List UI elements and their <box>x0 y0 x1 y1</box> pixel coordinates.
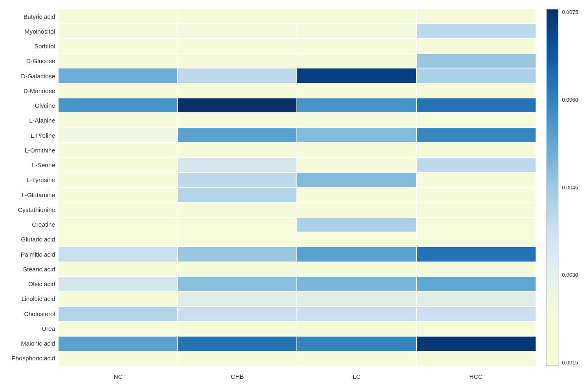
heatmap-cell <box>297 188 416 202</box>
heatmap-cell <box>417 98 536 112</box>
colorbar-tick: 0.0060 <box>562 97 578 103</box>
heatmap-cell <box>297 68 416 82</box>
left-section: Butyric acidMyoinositolSorbitolD-Glucose… <box>11 5 536 382</box>
heatmap-cell <box>297 352 416 366</box>
heatmap-cell <box>417 292 536 306</box>
heatmap-cell <box>297 143 416 157</box>
heatmap-cell <box>59 188 177 202</box>
y-label: L-Proline <box>11 132 55 139</box>
heatmap-cell <box>178 277 297 291</box>
heatmap-cell <box>59 173 177 187</box>
heatmap-cell <box>178 173 297 187</box>
heatmap-cell <box>297 173 416 187</box>
heatmap-cell <box>59 307 177 321</box>
heatmap-cell <box>297 84 416 98</box>
heatmap-cell <box>59 143 177 157</box>
heatmap-cell <box>178 247 297 261</box>
heatmap-cell <box>178 307 297 321</box>
heatmap-cell <box>59 39 177 53</box>
y-label: D-Galactose <box>11 73 55 79</box>
heatmap-cell <box>417 84 536 98</box>
y-label: L-Glutamine <box>11 192 55 198</box>
heatmap-cell <box>178 262 297 276</box>
heatmap-cell <box>417 68 536 82</box>
heatmap-cell <box>297 24 416 38</box>
heatmap-cell <box>417 232 536 246</box>
heatmap-cell <box>417 307 536 321</box>
heatmap-cell <box>59 128 177 142</box>
y-label: Sorbitol <box>11 43 55 49</box>
heatmap-cell <box>178 9 297 23</box>
heatmap-cell <box>59 113 177 127</box>
heatmap-cell <box>417 9 536 23</box>
y-labels: Butyric acidMyoinositolSorbitolD-Glucose… <box>11 5 59 382</box>
heatmap-cell <box>297 232 416 246</box>
heatmap-cell <box>59 158 177 172</box>
heatmap-cell <box>417 158 536 172</box>
heatmap-cell <box>59 98 177 112</box>
heatmap-cell <box>297 337 416 351</box>
x-labels: NCCHBLCHCC <box>59 366 536 382</box>
heatmap-cell <box>417 218 536 232</box>
heatmap-cell <box>59 262 177 276</box>
heatmap-cell <box>178 158 297 172</box>
heatmap-cell <box>297 113 416 127</box>
heatmap-cell <box>297 277 416 291</box>
y-label: Linoleic acid <box>11 296 55 302</box>
y-label: Oleic acid <box>11 281 55 287</box>
heatmap-cell <box>297 158 416 172</box>
y-label: Cholesterol <box>11 311 55 317</box>
heatmap-cell <box>297 247 416 261</box>
y-label: Phosphoric acid <box>11 355 55 361</box>
y-label: Creatine <box>11 221 55 228</box>
heatmap-cell <box>297 128 416 142</box>
heatmap-cell <box>178 322 297 336</box>
heatmap-cell <box>417 39 536 53</box>
heatmap-cell <box>417 203 536 216</box>
heatmap-cell <box>297 322 416 336</box>
y-label: Cystathionine <box>11 207 55 213</box>
y-label: Butyric acid <box>11 14 55 20</box>
heatmap-cell <box>417 128 536 142</box>
heatmap-cell <box>417 262 536 276</box>
heatmap-cell <box>59 292 177 306</box>
y-label: Glycine <box>11 102 55 109</box>
heatmap-cell <box>178 232 297 246</box>
y-label: L-Tyrosine <box>11 177 55 183</box>
y-label: D-Mannose <box>11 88 55 94</box>
heatmap-cell <box>178 54 297 68</box>
heatmap-cell <box>417 54 536 68</box>
colorbar-wrapper: 0.00750.00600.00450.00300.0015 <box>546 9 578 366</box>
heatmap-cell <box>297 98 416 112</box>
y-label: Myoinositol <box>11 28 55 34</box>
y-label: D-Glucose <box>11 58 55 64</box>
heatmap-cell <box>59 322 177 336</box>
y-label: Glutaric acid <box>11 236 55 242</box>
x-label: CHB <box>178 373 297 380</box>
colorbar-tick: 0.0075 <box>562 9 578 15</box>
heatmap-cell <box>59 218 177 232</box>
heatmap-cell <box>297 203 416 216</box>
x-label: NC <box>59 373 178 380</box>
heatmap-cell <box>178 113 297 127</box>
heatmap-cell <box>178 24 297 38</box>
heatmap-cell <box>59 277 177 291</box>
heatmap-cell <box>59 68 177 82</box>
heatmap-cell <box>178 218 297 232</box>
chart-container: Butyric acidMyoinositolSorbitolD-Glucose… <box>11 5 577 382</box>
heatmap-cell <box>178 337 297 351</box>
colorbar-tick: 0.0030 <box>562 272 578 278</box>
heatmap-cell <box>59 9 177 23</box>
y-label: L-Alanine <box>11 117 55 123</box>
colorbar <box>546 9 559 366</box>
heatmap-cell <box>297 9 416 23</box>
heatmap-cell <box>417 188 536 202</box>
heatmap-cell <box>178 84 297 98</box>
colorbar-labels: 0.00750.00600.00450.00300.0015 <box>559 9 578 366</box>
heatmap-cell <box>297 54 416 68</box>
heatmap-cell <box>178 128 297 142</box>
colorbar-section: 0.00750.00600.00450.00300.0015 <box>536 5 577 382</box>
heatmap-cell <box>417 277 536 291</box>
heatmap-cell <box>297 39 416 53</box>
heatmap-cell <box>59 337 177 351</box>
